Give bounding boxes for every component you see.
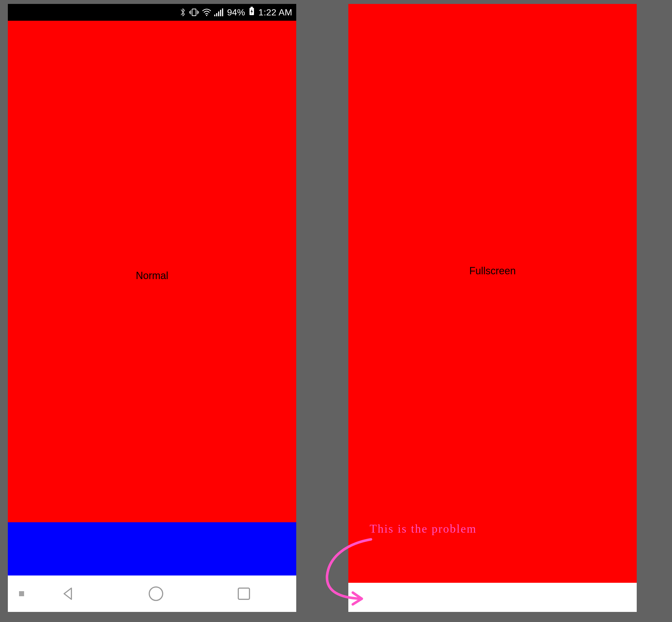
svg-rect-12 xyxy=(251,7,253,8)
svg-rect-14 xyxy=(238,588,250,599)
status-icons xyxy=(180,7,223,17)
phone-normal: 94% 1:22 AM Normal xyxy=(8,4,296,612)
bluetooth-icon xyxy=(180,7,186,17)
svg-rect-0 xyxy=(192,9,196,16)
svg-rect-6 xyxy=(214,14,215,16)
app-content-fullscreen: Fullscreen xyxy=(348,4,637,583)
comparison-canvas: 94% 1:22 AM Normal xyxy=(0,0,672,622)
wifi-icon xyxy=(202,8,212,16)
nav-back-button[interactable] xyxy=(24,586,112,601)
vibrate-icon xyxy=(189,8,199,16)
signal-icon xyxy=(214,8,223,16)
status-time: 1:22 AM xyxy=(258,7,292,18)
svg-rect-7 xyxy=(216,13,217,16)
mode-label-normal: Normal xyxy=(136,270,168,282)
svg-point-13 xyxy=(149,587,163,600)
mode-label-fullscreen: Fullscreen xyxy=(469,265,516,277)
navigation-bar xyxy=(8,576,296,612)
nav-recents-button[interactable] xyxy=(200,586,288,601)
bottom-strip xyxy=(8,522,296,576)
problem-white-gap xyxy=(348,583,637,612)
svg-rect-8 xyxy=(218,11,219,16)
svg-rect-9 xyxy=(220,10,221,16)
app-content-normal: Normal xyxy=(8,21,296,576)
nav-home-button[interactable] xyxy=(112,585,200,602)
phone-fullscreen: Fullscreen xyxy=(348,4,637,612)
svg-point-5 xyxy=(206,15,207,16)
battery-percent: 94% xyxy=(227,7,245,18)
nav-indicator-dot xyxy=(19,591,24,596)
battery-charging-icon xyxy=(249,7,255,18)
svg-rect-10 xyxy=(222,8,223,16)
status-bar: 94% 1:22 AM xyxy=(8,4,296,21)
